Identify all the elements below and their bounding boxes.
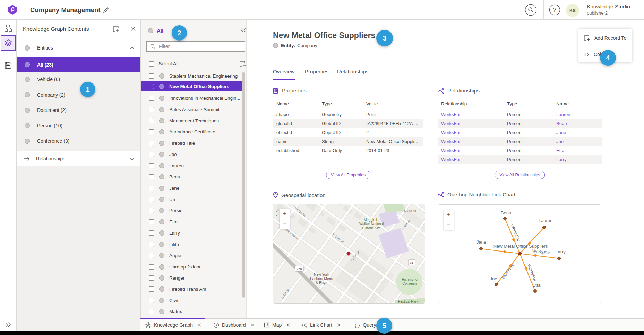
item-checkbox[interactable] [149, 197, 154, 202]
cell[interactable]: WorksFor [441, 112, 507, 117]
list-item[interactable]: New Metal Office Suppliers [141, 81, 244, 91]
list-item[interactable]: Managment Techniques [141, 116, 244, 126]
item-checkbox[interactable] [149, 141, 154, 146]
collapse-panel-icon[interactable] [241, 28, 246, 33]
cell[interactable]: WorksFor [441, 157, 507, 162]
center-node[interactable] [518, 252, 522, 255]
list-item[interactable]: Lilith [141, 239, 244, 249]
item-checkbox[interactable] [149, 174, 154, 179]
item-checkbox[interactable] [149, 230, 154, 236]
select-all-checkbox[interactable] [149, 61, 154, 67]
search-icon[interactable] [525, 4, 537, 16]
app-logo-icon[interactable] [8, 5, 17, 15]
avatar[interactable]: KS [566, 4, 579, 17]
item-checkbox[interactable] [149, 253, 154, 258]
hierarchy-icon[interactable] [4, 24, 12, 32]
add-record-icon[interactable] [239, 61, 246, 67]
tab-relationships[interactable]: Relationships [337, 69, 368, 79]
save-icon[interactable] [4, 61, 12, 70]
item-checkbox[interactable] [149, 242, 154, 247]
tab-close-icon[interactable] [251, 323, 254, 327]
entity-type-item[interactable]: All (23) [17, 57, 140, 72]
menu-item-add-record-to[interactable]: Add Record To [578, 30, 632, 46]
cell[interactable]: Lauren [556, 112, 602, 117]
list-item[interactable]: Matrix [141, 307, 244, 317]
help-icon[interactable]: ? [549, 4, 560, 16]
entity-type-item[interactable]: Company (2) [17, 87, 140, 103]
filter-input[interactable] [159, 44, 239, 49]
item-checkbox[interactable] [149, 309, 154, 314]
list-item[interactable]: Ranger [141, 273, 244, 283]
add-record-icon[interactable] [113, 26, 120, 33]
item-checkbox[interactable] [149, 129, 154, 134]
item-checkbox[interactable] [149, 219, 154, 224]
item-checkbox[interactable] [149, 84, 154, 89]
view-tab-link-chart[interactable]: Link Chart [301, 319, 341, 331]
node[interactable] [504, 217, 507, 220]
entity-type-item[interactable]: Conference (3) [17, 133, 140, 149]
edit-title-icon[interactable] [103, 7, 110, 13]
node[interactable] [534, 290, 537, 293]
cell[interactable]: WorksFor [441, 121, 507, 126]
list-item[interactable]: Hardtop 2-door [141, 262, 244, 272]
zoom-in-button[interactable]: + [280, 209, 290, 219]
close-panel-icon[interactable] [131, 26, 136, 31]
item-checkbox[interactable] [149, 208, 154, 213]
zoom-in-button[interactable]: + [444, 210, 454, 220]
scrollbar[interactable] [242, 72, 245, 298]
list-item[interactable]: Angie [141, 250, 244, 261]
expand-panel-icon[interactable] [5, 322, 12, 327]
zoom-out-button[interactable]: − [444, 220, 454, 230]
item-checkbox[interactable] [149, 152, 154, 157]
view-tab-knowledge-graph[interactable]: Knowledge Graph [145, 319, 201, 331]
layers-tool-selected[interactable] [1, 35, 16, 51]
view-all-properties-button[interactable]: View All Properties [326, 171, 370, 179]
list-item[interactable]: Uri [141, 194, 244, 204]
list-item[interactable]: Innovations in Mechanical Engin... [141, 93, 244, 103]
list-item[interactable]: Firebird Trans Am [141, 284, 244, 294]
item-checkbox[interactable] [149, 275, 154, 281]
item-checkbox[interactable] [149, 118, 154, 123]
list-item[interactable]: Firebird Title [141, 138, 244, 148]
tab-properties[interactable]: Properties [305, 69, 328, 79]
list-item[interactable]: Sales Associate Summit [141, 105, 244, 115]
entity-type-item[interactable]: Vehicle (6) [17, 72, 140, 87]
entity-type-item[interactable]: Document (2) [17, 103, 140, 118]
view-tab-map[interactable]: Map [264, 319, 290, 331]
node[interactable] [480, 247, 483, 250]
list-item[interactable]: Etta [141, 217, 244, 227]
cell[interactable]: WorksFor [441, 139, 507, 144]
tab-close-icon[interactable] [286, 323, 290, 327]
list-item[interactable]: Attendance Certificate [141, 127, 244, 137]
list-item[interactable]: Joe [141, 149, 244, 159]
cell[interactable]: Jane [556, 130, 602, 135]
list-item[interactable]: Beau [141, 172, 244, 182]
item-checkbox[interactable] [149, 286, 154, 292]
cell[interactable]: Joe [556, 139, 602, 144]
relationships-section-header[interactable]: Relationships [17, 151, 140, 166]
list-item[interactable]: Larry [141, 228, 244, 238]
list-item[interactable]: Lauren [141, 161, 244, 171]
item-checkbox[interactable] [149, 186, 154, 191]
item-checkbox[interactable] [149, 96, 154, 101]
tab-close-icon[interactable] [337, 323, 341, 327]
node[interactable] [543, 226, 546, 229]
node[interactable] [495, 283, 498, 286]
list-item[interactable]: Persie [141, 205, 244, 215]
zoom-out-button[interactable]: − [280, 219, 290, 229]
list-item[interactable]: Staplers Mechanical Engineering [141, 71, 244, 81]
item-checkbox[interactable] [149, 107, 154, 112]
cell[interactable]: WorksFor [441, 148, 507, 153]
cell[interactable]: Etta [556, 148, 602, 153]
link-chart[interactable]: WorksForWorksForWorksForWorksForBeauLaur… [438, 204, 601, 303]
list-item[interactable]: Civic [141, 296, 244, 306]
view-all-relationships-button[interactable]: View All Relationships [495, 171, 545, 179]
chevron-down-icon[interactable] [130, 157, 135, 160]
item-checkbox[interactable] [149, 73, 154, 79]
item-checkbox[interactable] [149, 264, 154, 270]
cell[interactable]: WorksFor [441, 130, 507, 135]
item-checkbox[interactable] [149, 163, 154, 168]
select-all-row[interactable]: Select All [141, 59, 246, 69]
filter-input-box[interactable] [146, 41, 245, 52]
entities-section-header[interactable]: Entities [17, 38, 140, 57]
